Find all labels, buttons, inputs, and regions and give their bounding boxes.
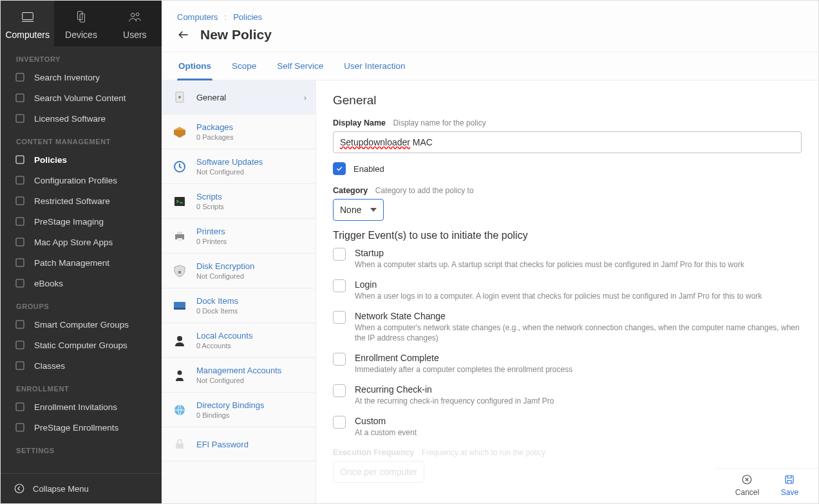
option-efi-password[interactable]: EFI Password [162,427,315,462]
display-name-field: Display Name Display name for the policy… [333,118,802,153]
trigger-checkbox[interactable] [333,248,346,261]
trigger-checkbox[interactable] [333,311,346,324]
svg-rect-11 [16,218,24,225]
svg-rect-36 [786,476,793,483]
trigger-checkbox[interactable] [333,416,346,429]
svg-point-3 [131,14,135,17]
subtab-user-interaction[interactable]: User Interaction [343,52,406,80]
trigger-hint: Event(s) to use to initiate the policy [368,230,528,241]
option-icon [171,297,189,315]
sidebar-item-configuration-profiles[interactable]: Configuration Profiles [1,170,162,191]
nav-icon [14,339,26,351]
option-printers[interactable]: Printers0 Printers [162,219,315,254]
sidebar-item-smart-computer-groups[interactable]: Smart Computer Groups [1,314,162,335]
svg-point-30 [177,336,182,341]
category-select[interactable]: None [333,199,384,221]
trigger-custom: CustomAt a custom event [333,416,802,438]
users-icon [126,10,143,26]
option-disk-encryption[interactable]: Disk EncryptionNot Configured [162,254,315,288]
enabled-checkbox-row: Enabled [333,162,802,175]
trigger-checkbox[interactable] [333,353,346,366]
nav-icon [14,174,26,186]
breadcrumb-root[interactable]: Computers [177,12,218,22]
option-general[interactable]: General› [162,80,315,115]
footer-actions: Cancel Save [715,468,818,503]
nav-icon [14,216,26,227]
nav-icon [14,195,26,207]
svg-rect-34 [176,443,184,449]
sidebar-item-search-inventory[interactable]: Search Inventory [1,67,162,88]
subtab-options[interactable]: Options [177,52,212,80]
header: Computers : Policies New Policy [162,1,818,52]
sidebar-item-ebooks[interactable]: eBooks [1,273,162,294]
collapse-menu[interactable]: Collapse Menu [1,473,162,503]
trigger-label: Trigger [333,230,365,241]
section-heading: ENROLLMENT [1,376,162,397]
section-heading: CONTENT MANAGEMENT [1,129,162,149]
sidebar-item-restricted-software[interactable]: Restricted Software [1,191,162,211]
option-dock-items[interactable]: Dock Items0 Dock Items [162,288,315,323]
subtab-scope[interactable]: Scope [231,52,258,80]
top-tabs: ComputersDevicesUsers [1,1,162,46]
cancel-button[interactable]: Cancel [735,474,759,497]
nav-icon [14,113,26,124]
svg-rect-19 [16,424,24,431]
svg-rect-18 [16,403,24,411]
sidebar-item-static-computer-groups[interactable]: Static Computer Groups [1,335,162,355]
svg-rect-15 [16,321,24,328]
tab-computers[interactable]: Computers [1,1,54,46]
option-packages[interactable]: Packages0 Packages [162,115,315,149]
trigger-checkbox[interactable] [333,384,346,397]
option-icon [171,227,189,245]
display-name-label: Display Name [333,118,386,127]
sidebar-item-prestage-enrollments[interactable]: PreStage Enrollments [1,417,162,438]
option-management-accounts[interactable]: Management AccountsNot Configured [162,358,315,393]
trigger-startup: StartupWhen a computer starts up. A star… [333,248,802,270]
option-software-updates[interactable]: Software UpdatesNot Configured [162,149,315,184]
tab-devices[interactable]: Devices [54,1,108,46]
exec-freq-hint: Frequency at which to run the policy [422,448,545,457]
svg-rect-26 [177,232,182,234]
svg-rect-32 [178,376,182,378]
breadcrumb-leaf[interactable]: Policies [233,12,262,22]
display-name-input[interactable]: Setupdownloader MAC [333,131,802,153]
section-heading: GROUPS [1,294,162,314]
option-icon [171,88,189,106]
back-button[interactable] [177,28,190,41]
content: General›Packages0 PackagesSoftware Updat… [162,80,818,503]
tab-users[interactable]: Users [108,1,162,46]
collapse-label: Collapse Menu [33,484,89,494]
sidebar-item-enrollment-invitations[interactable]: Enrollment Invitations [1,397,162,417]
svg-point-20 [15,484,24,493]
svg-point-22 [178,96,181,98]
chevron-right-icon: › [304,93,306,102]
option-directory-bindings[interactable]: Directory Bindings0 Bindings [162,393,315,427]
sidebar-item-policies[interactable]: Policies [1,149,162,170]
svg-rect-8 [16,156,24,163]
nav-icon [14,422,26,433]
sidebar-item-prestage-imaging[interactable]: PreStage Imaging [1,211,162,232]
svg-rect-7 [16,115,24,122]
sidebar-item-classes[interactable]: Classes [1,355,162,376]
sidebar-item-patch-management[interactable]: Patch Management [1,252,162,273]
trigger-enrollment-complete: Enrollment CompleteImmediately after a c… [333,353,802,375]
option-icon [171,192,189,210]
enabled-label: Enabled [353,164,384,174]
exec-freq-select[interactable]: Once per computer [333,461,424,483]
main: Computers : Policies New Policy OptionsS… [162,1,818,503]
option-local-accounts[interactable]: Local Accounts0 Accounts [162,323,315,358]
subtab-self-service[interactable]: Self Service [276,52,325,80]
svg-rect-14 [16,279,24,287]
computers-icon [19,10,36,26]
nav-icon [14,360,26,371]
enabled-checkbox[interactable] [333,162,346,175]
option-scripts[interactable]: Scripts0 Scripts [162,184,315,219]
sidebar-item-mac-app-store-apps[interactable]: Mac App Store Apps [1,232,162,252]
svg-rect-0 [22,13,33,20]
sidebar-item-licensed-software[interactable]: Licensed Software [1,108,162,129]
form-heading: General [333,93,802,107]
trigger-checkbox[interactable] [333,279,346,292]
sidebar-item-search-volume-content[interactable]: Search Volume Content [1,88,162,108]
save-button[interactable]: Save [781,474,798,497]
svg-rect-24 [174,197,185,206]
